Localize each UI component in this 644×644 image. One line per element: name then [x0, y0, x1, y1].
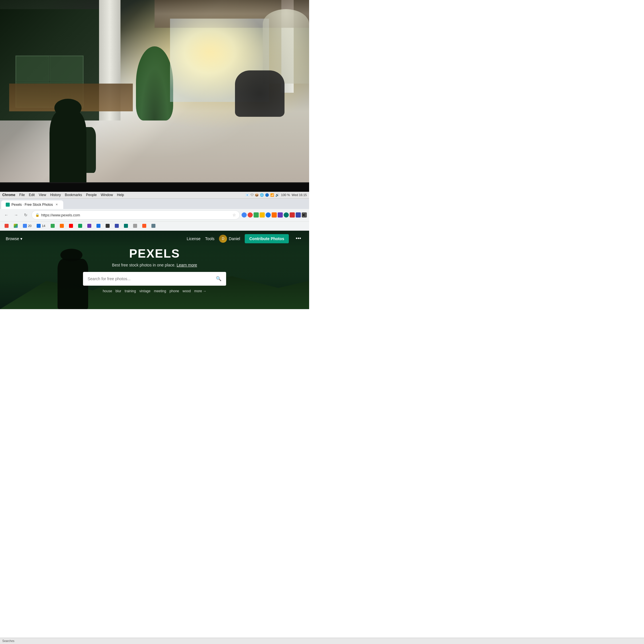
back-button[interactable]: ←	[2, 211, 10, 219]
bookmark-8[interactable]	[131, 223, 139, 229]
ext-icon-1[interactable]	[242, 212, 247, 218]
view-menu[interactable]: View	[39, 193, 46, 197]
cal-icon	[23, 224, 27, 228]
ext-icon-4[interactable]	[260, 212, 265, 218]
bookmark-5[interactable]	[103, 223, 112, 229]
close-tab-icon[interactable]: ✕	[302, 212, 307, 218]
bm10-icon	[151, 224, 155, 228]
browse-menu[interactable]: Browse ▾	[6, 236, 22, 241]
secure-icon: 🔒	[35, 213, 39, 217]
url-bar[interactable]: 🔒 https://www.pexels.com ☆	[31, 210, 240, 220]
bm1-icon	[51, 224, 55, 228]
bm3-icon	[87, 224, 91, 228]
pexels-website: Browse ▾ License Tools D Daniel Contribu…	[0, 231, 309, 309]
bookmark-4[interactable]	[94, 223, 103, 229]
search-tags-more[interactable]: more →	[194, 289, 206, 293]
active-tab[interactable]: Pexels · Free Stock Photos ✕	[1, 200, 63, 209]
license-link[interactable]: License	[187, 236, 200, 241]
battery-label: 100 %	[281, 193, 290, 197]
user-name: Daniel	[229, 236, 240, 241]
bm8-icon	[133, 224, 137, 228]
bookmark-sheets[interactable]	[76, 223, 84, 229]
reload-button[interactable]: ↻	[22, 211, 30, 219]
bm2-icon	[60, 224, 64, 228]
bm9-icon	[142, 224, 146, 228]
extension-icons: ✕	[242, 212, 307, 218]
cal-badge: 20	[28, 224, 31, 228]
search-tag-phone[interactable]: phone	[169, 289, 179, 293]
bookmark-2[interactable]	[58, 223, 66, 229]
bookmark-9[interactable]	[140, 223, 149, 229]
window-menu[interactable]: Window	[101, 193, 113, 197]
bm4-icon	[96, 224, 100, 228]
bookmark-cal[interactable]: 20	[21, 223, 34, 229]
hero-subtitle-text: Best free stock photos in one place.	[112, 263, 175, 267]
bookmark-6[interactable]	[112, 223, 121, 229]
tab-favicon	[6, 203, 10, 207]
bookmark-star-icon[interactable]: ☆	[232, 213, 236, 217]
search-tags: house blur training vintage meeting phon…	[31, 289, 278, 293]
app-name-menu[interactable]: Chrome	[2, 193, 15, 197]
ext-icon-5[interactable]	[266, 212, 271, 218]
browse-chevron-icon: ▾	[20, 236, 22, 241]
os-menubar: Chrome File Edit View History Bookmarks …	[0, 192, 309, 199]
tools-link[interactable]: Tools	[205, 236, 215, 241]
history-menu[interactable]: History	[50, 193, 61, 197]
ext-icon-8[interactable]	[284, 212, 289, 218]
more-options-button[interactable]: •••	[293, 234, 303, 243]
ext-icon-7[interactable]	[278, 212, 283, 218]
gmail-icon	[5, 224, 9, 228]
tab-bar: Pexels · Free Stock Photos ✕	[0, 199, 309, 209]
edit-menu[interactable]: Edit	[29, 193, 35, 197]
ext-icon-2[interactable]	[248, 212, 253, 218]
bookmark-yt[interactable]	[67, 223, 75, 229]
todo-badge: 14	[42, 224, 45, 228]
bookmark-1[interactable]	[48, 223, 57, 229]
search-tag-training[interactable]: training	[125, 289, 136, 293]
people-menu[interactable]: People	[86, 193, 97, 197]
search-icon: 🔍	[216, 276, 222, 281]
sheets-icon	[78, 224, 82, 228]
user-menu[interactable]: D Daniel	[219, 235, 240, 243]
search-tag-wood[interactable]: wood	[183, 289, 191, 293]
search-tag-house[interactable]: house	[103, 289, 112, 293]
search-input[interactable]	[88, 276, 216, 281]
plant	[136, 46, 173, 120]
bookmark-3[interactable]	[85, 223, 94, 229]
todo-icon	[37, 224, 41, 228]
tab-close-button[interactable]: ✕	[55, 203, 59, 207]
bookmark-drive[interactable]	[11, 223, 20, 229]
yt-icon	[69, 224, 73, 228]
search-tag-vintage[interactable]: vintage	[139, 289, 151, 293]
learn-more-link[interactable]: Learn more	[177, 263, 197, 267]
bookmarks-menu[interactable]: Bookmarks	[65, 193, 82, 197]
bm6-icon	[115, 224, 119, 228]
user-avatar: D	[219, 235, 227, 243]
bookmarks-bar: 20 14	[0, 222, 309, 231]
help-menu[interactable]: Help	[117, 193, 124, 197]
bookmark-10[interactable]	[149, 223, 158, 229]
forward-button[interactable]: →	[12, 211, 20, 219]
search-bar[interactable]: 🔍	[83, 272, 226, 286]
ext-icon-6[interactable]	[272, 212, 277, 218]
ext-icon-3[interactable]	[254, 212, 259, 218]
browse-label: Browse	[6, 236, 19, 241]
bookmark-7[interactable]	[122, 223, 130, 229]
address-bar: ← → ↻ 🔒 https://www.pexels.com ☆ ✕	[0, 209, 309, 222]
bookmark-todo[interactable]: 14	[34, 223, 48, 229]
os-menubar-left: Chrome File Edit View History Bookmarks …	[2, 193, 245, 197]
pexels-navbar: Browse ▾ License Tools D Daniel Contribu…	[0, 231, 309, 247]
hero-content: PEXELS Best free stock photos in one pla…	[31, 247, 278, 293]
ext-icon-9[interactable]	[290, 212, 295, 218]
bookmark-gmail[interactable]	[2, 223, 11, 229]
file-menu[interactable]: File	[19, 193, 25, 197]
browser-window: Chrome File Edit View History Bookmarks …	[0, 192, 309, 309]
ext-icon-10[interactable]	[296, 212, 301, 218]
contribute-photos-button[interactable]: Contribute Photos	[245, 234, 289, 243]
datetime-label: Wed 16:15	[292, 193, 307, 197]
system-icons: 📧 🛡 📦 🌐 🔵 📶 🔊	[245, 193, 279, 197]
search-tag-blur[interactable]: blur	[116, 289, 121, 293]
pexels-logo: PEXELS	[31, 247, 278, 260]
url-text: https://www.pexels.com	[41, 213, 80, 217]
search-tag-meeting[interactable]: meeting	[154, 289, 166, 293]
